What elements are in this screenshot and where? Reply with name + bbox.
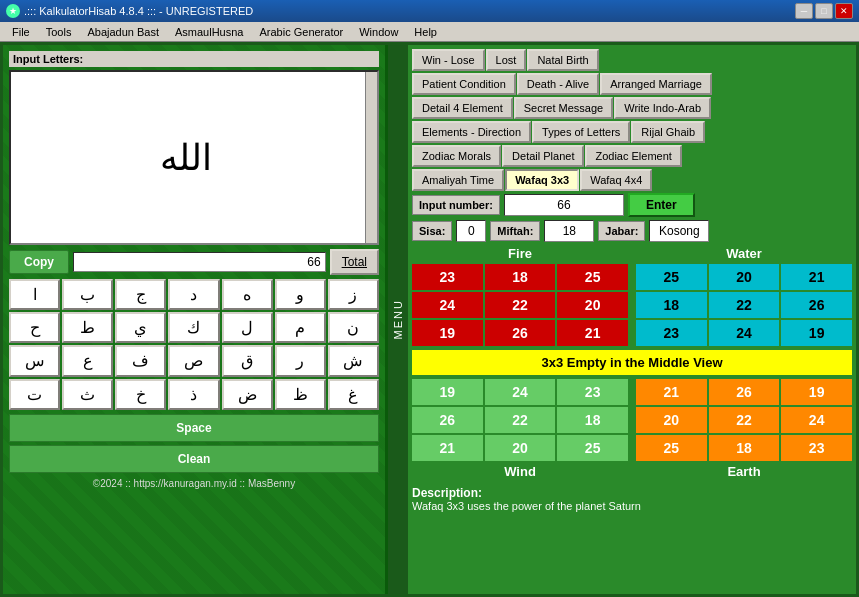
wind-cell-1-2: 18 [557, 407, 628, 433]
water-cell-1-2: 26 [781, 292, 852, 318]
clean-button[interactable]: Clean [9, 445, 379, 473]
menu-asmaul[interactable]: AsmaulHusna [167, 24, 251, 40]
tab-natal-birth[interactable]: Natal Birth [527, 49, 598, 71]
key-sin[interactable]: س [9, 345, 60, 376]
wind-title: Wind [412, 464, 628, 479]
key-ra[interactable]: ر [275, 345, 326, 376]
key-jim[interactable]: ج [115, 279, 166, 310]
wind-grid: 19 24 23 26 22 18 21 20 25 [412, 379, 628, 461]
tab-detail-planet[interactable]: Detail Planet [502, 145, 584, 167]
description-text: Wafaq 3x3 uses the power of the planet S… [412, 500, 852, 512]
tab-wafaq-3x3[interactable]: Wafaq 3x3 [505, 169, 579, 191]
text-area-container: الله [9, 70, 379, 245]
tab-zodiac-element[interactable]: Zodiac Element [585, 145, 681, 167]
key-nun[interactable]: ن [328, 312, 379, 343]
window-title: .::: KalkulatorHisab 4.8.4 ::: - UNREGIS… [24, 5, 253, 17]
wind-cell-1-1: 22 [485, 407, 556, 433]
key-ghayn[interactable]: غ [328, 379, 379, 410]
fire-cell-1-1: 22 [485, 292, 556, 318]
wind-section: 19 24 23 26 22 18 21 20 25 Wind [412, 379, 628, 482]
earth-cell-0-0: 21 [636, 379, 707, 405]
key-sad[interactable]: ص [168, 345, 219, 376]
key-waw[interactable]: و [275, 279, 326, 310]
tab-wafaq-4x4[interactable]: Wafaq 4x4 [580, 169, 652, 191]
key-ya[interactable]: ي [115, 312, 166, 343]
key-ba[interactable]: ب [62, 279, 113, 310]
water-section: Water 25 20 21 18 22 26 23 24 19 [636, 246, 852, 346]
tab-elements-direction[interactable]: Elements - Direction [412, 121, 531, 143]
water-cell-2-0: 23 [636, 320, 707, 346]
fire-cell-1-0: 24 [412, 292, 483, 318]
key-fa[interactable]: ف [115, 345, 166, 376]
menu-abajadun[interactable]: Abajadun Bast [79, 24, 167, 40]
tab-arranged-marriage[interactable]: Arranged Marriage [600, 73, 712, 95]
key-ayn[interactable]: ع [62, 345, 113, 376]
menu-window[interactable]: Window [351, 24, 406, 40]
menu-strip: MENU [388, 45, 408, 594]
menu-bar: File Tools Abajadun Bast AsmaulHusna Ara… [0, 22, 859, 42]
key-hah[interactable]: ح [9, 312, 60, 343]
tab-rijal-ghaib[interactable]: Rijal Ghaib [631, 121, 705, 143]
key-dhal[interactable]: ذ [168, 379, 219, 410]
tab-lost[interactable]: Lost [486, 49, 527, 71]
menu-file[interactable]: File [4, 24, 38, 40]
key-alef[interactable]: ا [9, 279, 60, 310]
keyboard-grid: ا ب ج د ه و ز ح ط ي ك ل م ن س ع ف ص ق ر … [9, 279, 379, 410]
input-number-field[interactable] [504, 194, 624, 216]
fire-cell-0-0: 23 [412, 264, 483, 290]
wind-cell-0-2: 23 [557, 379, 628, 405]
tab-secret-message[interactable]: Secret Message [514, 97, 613, 119]
key-qaf[interactable]: ق [222, 345, 273, 376]
close-button[interactable]: ✕ [835, 3, 853, 19]
left-panel: Input Letters: الله Copy 66 Total ا ب ج … [3, 45, 388, 594]
key-dad[interactable]: ض [222, 379, 273, 410]
key-zha[interactable]: ظ [275, 379, 326, 410]
tab-death-alive[interactable]: Death - Alive [517, 73, 599, 95]
key-tha[interactable]: ث [62, 379, 113, 410]
fire-cell-2-2: 21 [557, 320, 628, 346]
fire-section: Fire 23 18 25 24 22 20 19 26 21 [412, 246, 628, 346]
copy-button[interactable]: Copy [9, 250, 69, 274]
key-kaf[interactable]: ك [168, 312, 219, 343]
tab-win-lose[interactable]: Win - Lose [412, 49, 485, 71]
tab-write-indo-arab[interactable]: Write Indo-Arab [614, 97, 711, 119]
water-cell-2-1: 24 [709, 320, 780, 346]
tab-row-6: Amaliyah Time Wafaq 3x3 Wafaq 4x4 [412, 169, 852, 191]
miftah-value: 18 [544, 220, 594, 242]
key-shin[interactable]: ش [328, 345, 379, 376]
tab-patient-condition[interactable]: Patient Condition [412, 73, 516, 95]
wind-cell-0-1: 24 [485, 379, 556, 405]
number-display: 66 [73, 252, 326, 272]
earth-cell-1-2: 24 [781, 407, 852, 433]
middle-label: 3x3 Empty in the Middle View [412, 350, 852, 375]
menu-help[interactable]: Help [406, 24, 445, 40]
water-cell-0-1: 20 [709, 264, 780, 290]
wind-earth-row: 19 24 23 26 22 18 21 20 25 Wind 21 26 19 [412, 379, 852, 482]
arabic-text-display[interactable]: الله [11, 72, 377, 243]
tab-amaliyah-time[interactable]: Amaliyah Time [412, 169, 504, 191]
key-ta[interactable]: ت [9, 379, 60, 410]
tab-types-letters[interactable]: Types of Letters [532, 121, 630, 143]
total-button[interactable]: Total [330, 249, 379, 275]
key-dal[interactable]: د [168, 279, 219, 310]
fire-cell-0-2: 25 [557, 264, 628, 290]
tab-detail-4-element[interactable]: Detail 4 Element [412, 97, 513, 119]
earth-title: Earth [636, 464, 852, 479]
key-zay[interactable]: ز [328, 279, 379, 310]
key-kha[interactable]: خ [115, 379, 166, 410]
menu-tools[interactable]: Tools [38, 24, 80, 40]
tab-zodiac-morals[interactable]: Zodiac Morals [412, 145, 501, 167]
key-ha[interactable]: ه [222, 279, 273, 310]
space-button[interactable]: Space [9, 414, 379, 442]
wind-cell-2-2: 25 [557, 435, 628, 461]
key-tah[interactable]: ط [62, 312, 113, 343]
fire-cell-2-1: 26 [485, 320, 556, 346]
menu-arabic[interactable]: Arabic Generator [251, 24, 351, 40]
key-lam[interactable]: ل [222, 312, 273, 343]
minimize-button[interactable]: ─ [795, 3, 813, 19]
wind-cell-2-0: 21 [412, 435, 483, 461]
scrollbar[interactable] [365, 72, 377, 243]
enter-button[interactable]: Enter [628, 193, 695, 217]
key-mim[interactable]: م [275, 312, 326, 343]
maximize-button[interactable]: □ [815, 3, 833, 19]
